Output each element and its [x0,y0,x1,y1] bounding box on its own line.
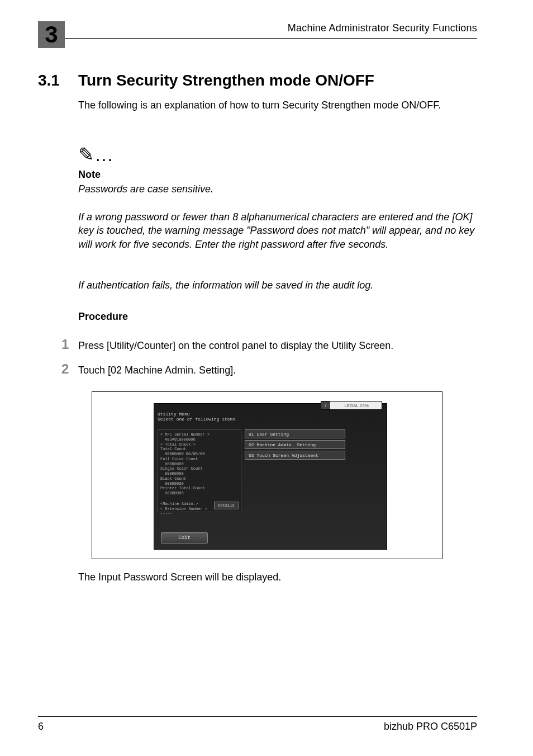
info-line: 00000000 00/00/00 [160,452,239,457]
screen-header-line2: Select one of following items [158,417,235,422]
note-paragraph-2: If a wrong password or fewer than 8 alph… [78,210,477,251]
info-line: < Total Check > [160,442,239,447]
info-line: 00000000 [160,462,239,467]
procedure-step-1: 1 Press [Utility/Counter] on the control… [61,339,477,352]
procedure-step-2: 2 Touch [02 Machine Admin. Setting]. [61,363,477,377]
screen-header-line1: Utility Menu [158,412,235,417]
step-text: Press [Utility/Counter] on the control p… [78,339,393,352]
chapter-number: 3 [45,21,58,48]
info-line: < Extension Number > [160,507,207,511]
step-number: 1 [61,338,78,351]
note-sentence-1: Passwords are case sensitive. [78,183,213,195]
section-number: 3.1 [38,72,78,89]
info-line: Total Count [160,447,239,452]
step-text: Touch [02 Machine Admin. Setting]. [78,363,236,377]
menu-buttons: 01 User Setting 02 Machine Admin. Settin… [245,429,345,461]
note-paragraph-3: If authentication fails, the information… [78,278,477,292]
info-line: Single Color Count [160,466,239,471]
section-title: Turn Security Strengthen mode ON/OFF [78,72,374,89]
info-line: 00000000 [160,491,239,496]
step-number: 2 [61,362,78,376]
info-line: 00000000 [160,481,239,486]
details-button[interactable]: Details [214,502,239,509]
utility-screen: i LEGAL 15% Utility Menu Select one of f… [154,403,387,550]
screen-header: Utility Menu Select one of following ite… [158,412,235,422]
chapter-number-box: 3 [38,21,65,48]
user-setting-button[interactable]: 01 User Setting [245,429,345,438]
exit-button[interactable]: Exit [161,532,208,544]
info-line: ----- [160,511,239,516]
pen-icon: ✎… [78,143,114,166]
touch-screen-adjustment-button[interactable]: 03 Touch Screen Adjustment [245,451,345,460]
product-name: bizhub PRO C6501P [384,721,477,733]
note-icon: ✎… [78,143,114,166]
memory-indicator: i LEGAL 15% [321,401,382,410]
info-line: Black Count [160,476,239,481]
page-number: 6 [38,721,44,733]
section-heading: 3.1 Turn Security Strengthen mode ON/OFF [38,72,477,89]
procedure-label: Procedure [78,311,128,323]
note-label: Note [78,169,101,181]
info-line: Printer Total Count [160,486,239,491]
screenshot-frame: i LEGAL 15% Utility Menu Select one of f… [92,391,442,559]
info-icon: i [321,401,330,409]
intro-paragraph: The following is an explanation of how t… [78,98,477,112]
header-rule [56,38,477,39]
footer-rule [38,716,477,717]
info-line: A03V010000006 [160,437,239,442]
running-head: Machine Administrator Security Functions [288,22,477,34]
result-text: The Input Password Screen will be displa… [78,571,281,583]
info-panel: < M/C Serial Number > A03V010000006 < To… [158,429,241,512]
info-line: < M/C Serial Number > [160,432,239,437]
machine-admin-setting-button[interactable]: 02 Machine Admin. Setting [245,440,345,449]
info-line: Full Color Count [160,457,239,462]
memory-label: LEGAL 15% [331,403,382,408]
info-line: 00000000 [160,471,239,476]
